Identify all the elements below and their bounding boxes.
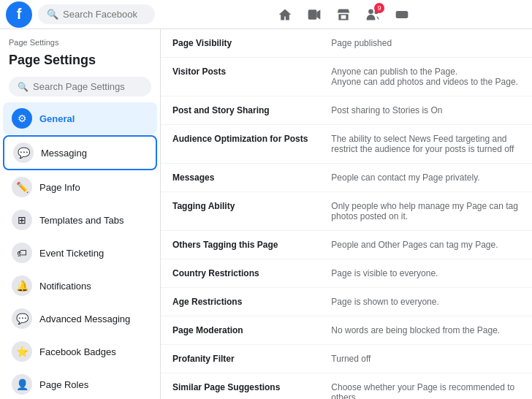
setting-value: Page published (319, 29, 532, 58)
sidebar-page-label: Page Settings (9, 38, 151, 47)
video-nav-icon[interactable] (301, 1, 327, 28)
setting-label: Messages (161, 164, 319, 192)
messaging-icon: 💬 (13, 142, 34, 163)
setting-label: Page Moderation (161, 316, 319, 345)
advanced-messaging-label: Advanced Messaging (39, 314, 130, 324)
sidebar-search-input[interactable] (33, 81, 142, 92)
sidebar-item-page-roles[interactable]: 👤 Page Roles (3, 368, 157, 399)
templates-label: Templates and Tabs (39, 215, 123, 226)
page-info-icon: ✏️ (12, 177, 32, 197)
home-nav-icon[interactable] (272, 1, 298, 28)
setting-label: Profanity Filter (161, 345, 319, 373)
sidebar-item-notifications[interactable]: 🔔 Notifications (3, 270, 157, 302)
setting-value: Page is visible to everyone. (319, 259, 532, 288)
table-row: Post and Story Sharing Post sharing to S… (161, 96, 532, 125)
table-row: Country Restrictions Page is visible to … (161, 259, 532, 288)
sidebar-header: Page Settings (0, 35, 160, 50)
table-row: Page Visibility Page published (161, 29, 532, 58)
setting-label: Tagging Ability (161, 192, 319, 231)
setting-label: Country Restrictions (161, 259, 319, 288)
advanced-messaging-icon: 💬 (12, 308, 32, 329)
table-row: Profanity Filter Turned off (161, 345, 532, 373)
setting-value: People and Other Pages can tag my Page. (319, 231, 532, 259)
setting-value: People can contact my Page privately. (319, 164, 532, 192)
sidebar-title: Page Settings (0, 50, 160, 74)
general-label: General (39, 113, 75, 124)
groups-nav-icon[interactable]: 9 (360, 1, 386, 28)
table-row: Age Restrictions Page is shown to everyo… (161, 288, 532, 316)
setting-value: Post sharing to Stories is On (319, 96, 532, 125)
sidebar-search-icon: 🔍 (18, 82, 28, 92)
table-row: Visitor Posts Anyone can publish to the … (161, 58, 532, 96)
setting-label: Audience Optimization for Posts (161, 125, 319, 164)
setting-value: No words are being blocked from the Page… (319, 316, 532, 345)
groups-badge: 9 (374, 3, 384, 13)
sidebar-item-advanced-messaging[interactable]: 💬 Advanced Messaging (3, 303, 157, 335)
sidebar-item-page-info[interactable]: ✏️ Page Info (3, 171, 157, 203)
templates-icon: ⊞ (12, 210, 32, 230)
svg-marker-1 (316, 10, 320, 19)
setting-label: Similar Page Suggestions (161, 373, 319, 400)
global-search-input[interactable] (63, 9, 146, 20)
table-row: Tagging Ability Only people who help man… (161, 192, 532, 231)
setting-value: Only people who help manage my Page can … (319, 192, 532, 231)
marketplace-nav-icon[interactable] (330, 1, 357, 28)
table-row: Page Moderation No words are being block… (161, 316, 532, 345)
event-label: Event Ticketing (39, 248, 104, 259)
table-row: Similar Page Suggestions Choose whether … (161, 373, 532, 400)
setting-label: Age Restrictions (161, 288, 319, 316)
messaging-label: Messaging (41, 148, 87, 159)
top-nav: f 🔍 9 (0, 0, 532, 29)
gaming-nav-icon[interactable] (389, 1, 415, 28)
settings-table: Page Visibility Page published Visitor P… (161, 29, 532, 399)
page-roles-icon: 👤 (12, 374, 32, 395)
sidebar-item-event-ticketing[interactable]: 🏷 Event Ticketing (3, 237, 157, 269)
setting-value: Anyone can publish to the Page.Anyone ca… (319, 58, 532, 96)
svg-rect-0 (308, 10, 317, 19)
setting-label: Page Visibility (161, 29, 319, 58)
setting-value: The ability to select News Feed targetin… (319, 125, 532, 164)
sidebar-search-box[interactable]: 🔍 (9, 77, 151, 96)
facebook-logo: f (6, 1, 32, 28)
sidebar: Page Settings Page Settings 🔍 ⚙ General … (0, 29, 161, 399)
svg-point-5 (404, 13, 406, 15)
setting-label: Others Tagging this Page (161, 231, 319, 259)
svg-point-2 (368, 9, 373, 14)
general-icon: ⚙ (12, 108, 32, 129)
badges-label: Facebook Badges (39, 346, 116, 357)
sidebar-item-general[interactable]: ⚙ General (3, 102, 157, 134)
table-row: Messages People can contact my Page priv… (161, 164, 532, 192)
svg-point-6 (405, 15, 406, 16)
global-search-box[interactable]: 🔍 (38, 4, 155, 24)
event-icon: 🏷 (12, 243, 32, 263)
nav-icons-group: 9 (161, 1, 526, 28)
table-row: Others Tagging this Page People and Othe… (161, 231, 532, 259)
page-roles-label: Page Roles (39, 379, 88, 390)
sidebar-item-facebook-badges[interactable]: ⭐ Facebook Badges (3, 335, 157, 368)
sidebar-item-templates-tabs[interactable]: ⊞ Templates and Tabs (3, 204, 157, 236)
notifications-label: Notifications (39, 281, 91, 292)
sidebar-item-messaging[interactable]: 💬 Messaging (3, 135, 157, 170)
setting-value: Choose whether your Page is recommended … (319, 373, 532, 400)
setting-label: Post and Story Sharing (161, 96, 319, 125)
badges-icon: ⭐ (12, 341, 32, 362)
setting-label: Visitor Posts (161, 58, 319, 96)
table-row: Audience Optimization for Posts The abil… (161, 125, 532, 164)
setting-value: Page is shown to everyone. (319, 288, 532, 316)
setting-value: Turned off (319, 345, 532, 373)
main-layout: Page Settings Page Settings 🔍 ⚙ General … (0, 29, 532, 399)
page-info-label: Page Info (39, 182, 80, 193)
search-icon: 🔍 (47, 9, 58, 20)
notifications-icon: 🔔 (12, 276, 32, 296)
settings-content: Page Visibility Page published Visitor P… (161, 29, 532, 399)
